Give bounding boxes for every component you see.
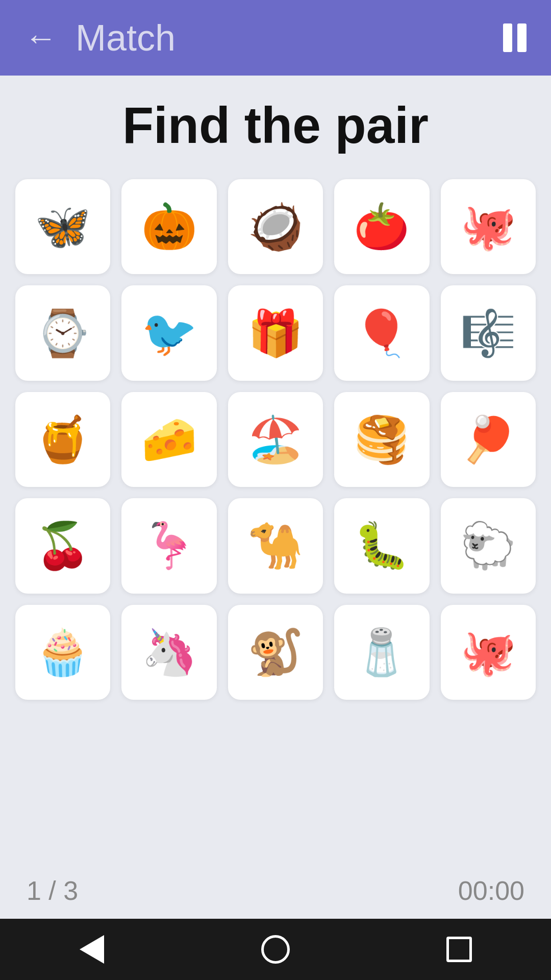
card-caterpillar[interactable]: 🐛 — [334, 498, 429, 593]
card-tomato[interactable]: 🍅 — [334, 179, 429, 274]
back-button[interactable]: ← — [24, 19, 57, 57]
nav-recent-button[interactable] — [439, 929, 480, 970]
main-content: Find the pair 🦋🎃🥥🍅🐙⌚🐦🎁🎈🎼🍯🧀🏖️🥞🏓🍒🦩🐪🐛🐑🧁🦄🐒🧂🐙 — [0, 76, 551, 863]
card-octopus[interactable]: 🐙 — [441, 179, 536, 274]
card-coconut[interactable]: 🥥 — [228, 179, 323, 274]
topbar: ← Match — [0, 0, 551, 76]
card-balloons[interactable]: 🎈 — [334, 285, 429, 380]
pause-button[interactable] — [503, 23, 527, 52]
nav-back-button[interactable] — [71, 929, 112, 970]
card-pancakes[interactable]: 🥞 — [334, 392, 429, 487]
page-title: Match — [76, 17, 503, 59]
card-gift[interactable]: 🎁 — [228, 285, 323, 380]
timer-display: 00:00 — [458, 875, 524, 906]
pause-bar-right — [517, 23, 527, 52]
progress-indicator: 1 / 3 — [27, 875, 78, 906]
card-pumpkin[interactable]: 🎃 — [121, 179, 216, 274]
android-navbar — [0, 919, 551, 980]
pause-bar-left — [503, 23, 512, 52]
card-octopus2[interactable]: 🐙 — [441, 605, 536, 700]
nav-home-icon — [261, 935, 290, 964]
card-cherries[interactable]: 🍒 — [15, 498, 110, 593]
card-sheep[interactable]: 🐑 — [441, 498, 536, 593]
card-seahorse[interactable]: 🦄 — [121, 605, 216, 700]
card-pingpong[interactable]: 🏓 — [441, 392, 536, 487]
card-butterfly[interactable]: 🦋 — [15, 179, 110, 274]
card-xylophone[interactable]: 🎼 — [441, 285, 536, 380]
card-puffin[interactable]: 🐦 — [121, 285, 216, 380]
game-heading: Find the pair — [122, 96, 429, 155]
card-smartwatch[interactable]: ⌚ — [15, 285, 110, 380]
card-grid: 🦋🎃🥥🍅🐙⌚🐦🎁🎈🎼🍯🧀🏖️🥞🏓🍒🦩🐪🐛🐑🧁🦄🐒🧂🐙 — [15, 179, 536, 700]
nav-recent-icon — [446, 937, 472, 962]
nav-back-icon — [80, 935, 104, 964]
nav-home-button[interactable] — [255, 929, 296, 970]
card-honey[interactable]: 🍯 — [15, 392, 110, 487]
card-salt[interactable]: 🧂 — [334, 605, 429, 700]
card-monkey[interactable]: 🐒 — [228, 605, 323, 700]
card-beachball[interactable]: 🏖️ — [228, 392, 323, 487]
card-flamingo[interactable]: 🦩 — [121, 498, 216, 593]
card-cheese[interactable]: 🧀 — [121, 392, 216, 487]
status-bar: 1 / 3 00:00 — [0, 863, 551, 919]
card-camel[interactable]: 🐪 — [228, 498, 323, 593]
card-cupcake[interactable]: 🧁 — [15, 605, 110, 700]
